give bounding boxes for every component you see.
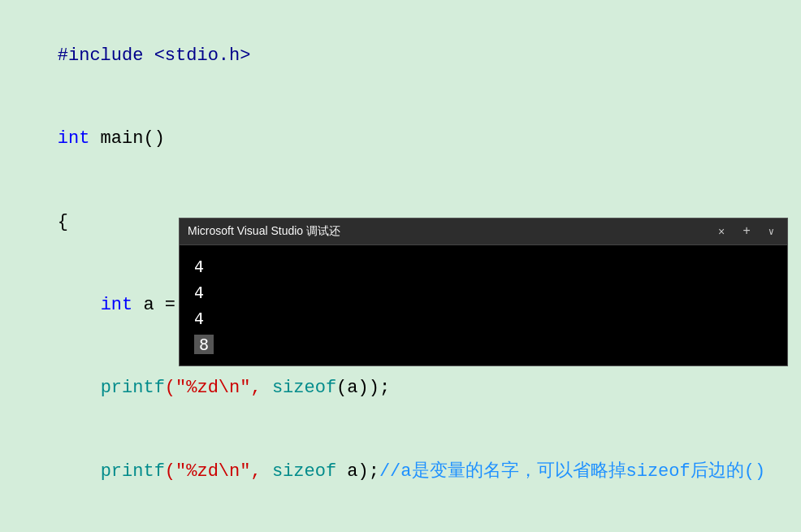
vs-output-area: 4 4 4 8 (180, 245, 787, 365)
line1-indent (58, 295, 101, 315)
output-line-3: 4 (194, 305, 773, 331)
output-line-2: 4 (194, 279, 773, 305)
vs-dialog[interactable]: Microsoft Visual Studio 调试还 × + ∨ 4 4 4 … (179, 218, 788, 366)
vs-dialog-title: Microsoft Visual Studio 调试还 (188, 224, 707, 239)
printf-fn-3: printf (101, 461, 165, 482)
line3-indent (58, 461, 101, 482)
line2-indent (58, 378, 101, 398)
vs-tab-arrow[interactable]: ∨ (764, 226, 779, 238)
line3-arg: a); (336, 461, 379, 482)
line3-str: ("%zd\n", (165, 461, 262, 482)
code-line-main: int main() (15, 97, 786, 180)
sizeof-fn-3: sizeof (272, 461, 336, 482)
line2-sp (262, 378, 272, 398)
code-line-4: printf("%zd\n", sizeof(int)); (15, 513, 786, 532)
int-keyword-main: int (58, 128, 90, 149)
code-area: #include <stdio.h> int main() { int a = … (0, 0, 801, 532)
int-keyword-a: int (101, 295, 133, 315)
output-line-4-highlight: 8 (194, 335, 214, 354)
line2-arg: (a)); (336, 378, 390, 398)
line2-str: ("%zd\n", (165, 378, 262, 398)
vs-dialog-titlebar: Microsoft Visual Studio 调试还 × + ∨ (180, 218, 787, 245)
sizeof-fn-2: sizeof (272, 378, 336, 398)
code-line-3: printf("%zd\n", sizeof a);//a是变量的名字，可以省略… (15, 430, 786, 513)
output-line-1: 4 (194, 253, 773, 279)
code-line-include: #include <stdio.h> (15, 15, 786, 97)
line3-sp (262, 461, 272, 482)
brace-open: { (58, 212, 68, 232)
line3-comment: //a是变量的名字，可以省略掉sizeof后边的() (379, 461, 765, 482)
output-line-4: 8 (194, 331, 773, 357)
vs-close-button[interactable]: × (713, 223, 730, 240)
include-keyword: #include <stdio.h> (58, 45, 251, 66)
vs-tab-plus[interactable]: + (736, 224, 757, 239)
main-func: main() (89, 128, 164, 149)
printf-fn-2: printf (101, 378, 165, 398)
